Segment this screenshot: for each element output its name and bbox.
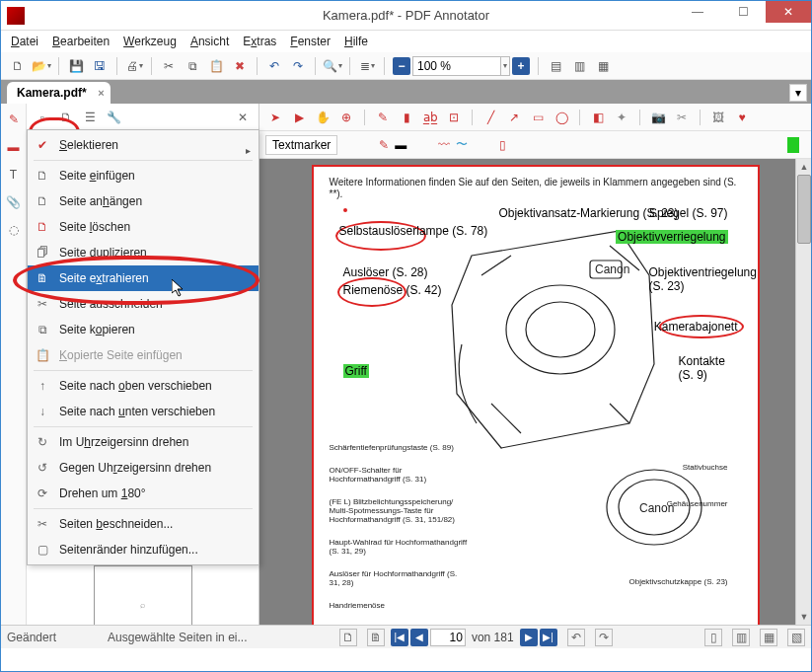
copy-icon[interactable]: ⧉ xyxy=(182,55,203,77)
menu-fenster[interactable]: Fenster xyxy=(284,33,336,50)
zoom-input[interactable] xyxy=(412,56,501,76)
nav-next-button[interactable]: ▶ xyxy=(520,629,538,646)
menu-hilfe[interactable]: Hilfe xyxy=(338,33,374,50)
view-book-icon[interactable]: ▧ xyxy=(787,629,805,646)
tab-close-icon[interactable]: × xyxy=(98,87,104,99)
sidebar-close-icon[interactable]: ✕ xyxy=(233,108,253,127)
find-icon[interactable]: 🔍 xyxy=(322,55,343,77)
line-tool-icon[interactable]: ╱ xyxy=(480,108,500,127)
ellipse-tool-icon[interactable]: ◯ xyxy=(552,108,571,127)
print-icon[interactable]: 🖨 xyxy=(123,55,145,77)
menuitem-beschneiden[interactable]: ✂ Seiten beschneiden... xyxy=(28,511,258,537)
hand-tool-icon[interactable]: ✋ xyxy=(313,108,332,127)
save-icon[interactable]: 💾 xyxy=(65,55,87,77)
move-tool-icon[interactable]: ▶ xyxy=(289,108,309,127)
nav-last-button[interactable]: ▶| xyxy=(540,629,557,646)
width-picker-icon[interactable]: ▬ xyxy=(395,138,406,152)
delete-icon[interactable]: ✖ xyxy=(229,55,251,77)
textblock-icon[interactable]: ▯ xyxy=(499,138,506,152)
style-straight-icon[interactable]: 〰 xyxy=(438,138,450,152)
view-facing-icon[interactable]: ▦ xyxy=(760,629,777,646)
menuitem-seite-kopieren[interactable]: ⧉ Seite kopieren xyxy=(28,317,258,342)
pointer-tool-icon[interactable]: ➤ xyxy=(265,108,285,127)
nav-fwd-button[interactable]: ↷ xyxy=(595,629,613,646)
highlighter-tool-icon[interactable]: ▮ xyxy=(397,108,416,127)
status-icon-1[interactable]: 🗋 xyxy=(339,629,357,646)
menuitem-uhrzeiger[interactable]: ↻ Im Uhrzeigersinn drehen xyxy=(28,429,258,455)
sidebar-list-icon[interactable]: ☰ xyxy=(80,108,100,127)
favorites-icon[interactable]: ♥ xyxy=(732,108,752,127)
vertical-scrollbar[interactable]: ▲ ▼ xyxy=(795,159,811,625)
style-wavy-icon[interactable]: 〜 xyxy=(456,136,468,153)
eraser-tool-icon[interactable]: ◧ xyxy=(588,108,608,127)
pen-icon[interactable]: ✎ xyxy=(4,110,24,129)
paste-icon[interactable]: 📋 xyxy=(205,55,227,77)
close-button[interactable]: ✕ xyxy=(766,1,811,23)
fit-page-icon[interactable]: ▤ xyxy=(545,55,566,77)
menuitem-nach-oben[interactable]: ↑ Seite nach oben verschieben xyxy=(28,373,258,399)
maximize-button[interactable]: ☐ xyxy=(720,1,766,23)
scroll-down-icon[interactable]: ▼ xyxy=(797,610,811,624)
tab-overflow-button[interactable]: ▾ xyxy=(789,84,807,102)
arrow-tool-icon[interactable]: ↗ xyxy=(504,108,524,127)
redo-icon[interactable]: ↷ xyxy=(287,55,309,77)
image-tool-icon[interactable]: 🖼 xyxy=(708,108,728,127)
minimize-button[interactable]: — xyxy=(675,1,720,23)
sidebar-newpage-icon[interactable]: 🗋 xyxy=(56,108,76,127)
sidebar-pages-icon[interactable]: ▫ xyxy=(33,108,52,127)
nav-first-button[interactable]: |◀ xyxy=(391,629,408,646)
compass-icon[interactable]: ◌ xyxy=(4,220,24,240)
new-icon[interactable]: 🗋 xyxy=(7,55,29,77)
stamp-tool-icon[interactable]: ⊡ xyxy=(444,108,464,127)
view-single-icon[interactable]: ▯ xyxy=(704,629,722,646)
fit-width-icon[interactable]: ▥ xyxy=(568,55,590,77)
scroll-thumb[interactable] xyxy=(797,175,811,244)
camera-tool-icon[interactable]: 📷 xyxy=(648,108,668,127)
menu-datei[interactable]: Datei xyxy=(5,33,44,50)
menuitem-seite-loeschen[interactable]: 🗋 Seite löschen xyxy=(28,214,258,240)
menu-ansicht[interactable]: Ansicht xyxy=(185,33,235,50)
lasso-tool-icon[interactable]: ✦ xyxy=(612,108,631,127)
document-tab[interactable]: Kamera.pdf* × xyxy=(7,82,111,104)
menuitem-seitenraender[interactable]: ▢ Seitenränder hinzufügen... xyxy=(28,537,258,562)
nav-back-button[interactable]: ↶ xyxy=(567,629,585,646)
zoom-tool-icon[interactable]: ⊕ xyxy=(336,108,356,127)
nav-prev-button[interactable]: ◀ xyxy=(410,629,428,646)
menuitem-gegen-uhrzeiger[interactable]: ↺ Gegen Uhrzeigersinn drehen xyxy=(28,455,258,481)
open-icon[interactable]: 📂 xyxy=(31,55,52,77)
undo-icon[interactable]: ↶ xyxy=(263,55,285,77)
crop-tool-icon[interactable]: ✂ xyxy=(672,108,692,127)
actual-size-icon[interactable]: ▦ xyxy=(592,55,614,77)
zoom-out-button[interactable]: − xyxy=(393,57,410,75)
marker-icon[interactable]: ▬ xyxy=(4,137,24,157)
menuitem-selektieren[interactable]: ✔ Selektieren xyxy=(28,132,258,158)
pen-tool-icon[interactable]: ✎ xyxy=(373,108,393,127)
zoom-in-button[interactable]: + xyxy=(512,57,530,75)
document-viewport[interactable]: Weitere Informationen finden Sie auf den… xyxy=(259,159,811,625)
rect-tool-icon[interactable]: ▭ xyxy=(528,108,548,127)
menu-extras[interactable]: Extras xyxy=(237,33,282,50)
menu-bearbeiten[interactable]: Bearbeiten xyxy=(46,33,115,50)
menuitem-seite-ausschneiden[interactable]: ✂ Seite ausschneiden xyxy=(28,291,258,317)
page-thumbnail[interactable]: ⌕ xyxy=(94,565,192,625)
menuitem-seite-einfuegen[interactable]: 🗋 Seite einfügen xyxy=(28,163,258,188)
page-number-input[interactable] xyxy=(430,629,466,646)
textmarker-button[interactable]: Textmarker xyxy=(265,135,337,155)
view-continuous-icon[interactable]: ▥ xyxy=(732,629,750,646)
cut-icon[interactable]: ✂ xyxy=(158,55,180,77)
text-tool-icon[interactable]: a̲b̲ xyxy=(420,108,440,127)
scroll-up-icon[interactable]: ▲ xyxy=(797,160,811,174)
save-as-icon[interactable]: 🖫 xyxy=(89,55,111,77)
menuitem-seite-duplizieren[interactable]: 🗍 Seite duplizieren xyxy=(28,240,258,265)
menu-werkzeug[interactable]: Werkzeug xyxy=(117,33,183,50)
status-icon-2[interactable]: 🗎 xyxy=(367,629,385,646)
attachment-icon[interactable]: 📎 xyxy=(4,192,24,212)
sidebar-wrench-icon[interactable]: 🔧 xyxy=(104,108,123,127)
menuitem-nach-unten[interactable]: ↓ Seite nach unten verschieben xyxy=(28,399,258,424)
menuitem-seite-anhaengen[interactable]: 🗋 Seite anhängen xyxy=(28,188,258,214)
menuitem-seite-extrahieren[interactable]: 🗎 Seite extrahieren xyxy=(28,265,258,291)
menuitem-drehen-180[interactable]: ⟳ Drehen um 180° xyxy=(28,481,258,506)
layers-icon[interactable]: ≣ xyxy=(356,55,378,77)
text-icon[interactable]: T xyxy=(4,165,24,185)
color-picker-icon[interactable]: ✎ xyxy=(379,138,389,152)
